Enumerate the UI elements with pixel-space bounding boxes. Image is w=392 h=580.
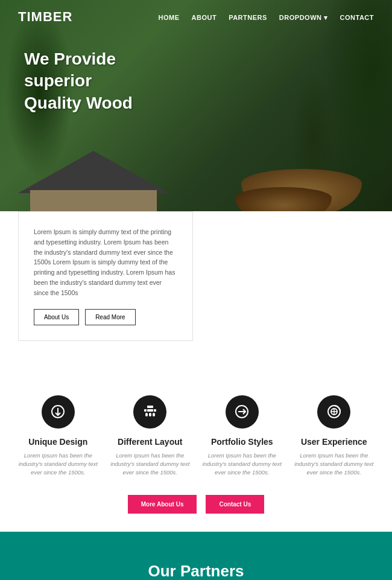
nav-link-home[interactable]: HOME — [159, 14, 180, 21]
site-logo[interactable]: TIMBER — [18, 9, 72, 25]
hero-section: TIMBER HOME ABOUT PARTNERS DROPDOWN ▾ CO… — [0, 0, 392, 229]
user-experience-title: User Experience — [301, 437, 367, 447]
feature-user-experience: User Experience Lorem Ipsum has been the… — [294, 395, 375, 477]
info-box-text: Lorem Ipsum is simply dummy text of the … — [34, 227, 177, 298]
info-box: Lorem Ipsum is simply dummy text of the … — [18, 211, 193, 341]
svg-rect-2 — [147, 406, 153, 408]
nav-link-dropdown[interactable]: DROPDOWN ▾ — [279, 14, 328, 21]
svg-rect-6 — [145, 413, 148, 416]
more-about-us-button[interactable]: More About Us — [128, 495, 197, 514]
contact-us-button[interactable]: Contact Us — [206, 495, 264, 514]
partners-title: Our Partners — [18, 562, 374, 580]
portfolio-styles-title: Portfolio Styles — [211, 437, 273, 447]
user-experience-desc: Lorem Ipsum has been the industry's stan… — [294, 451, 375, 477]
feature-different-layout: Different Layout Lorem Ipsum has been th… — [110, 395, 191, 477]
hero-headline-line1: We Provide superior — [24, 49, 116, 90]
different-layout-desc: Lorem Ipsum has been the industry's stan… — [110, 451, 191, 477]
info-box-buttons: About Us Read More — [34, 309, 177, 325]
portfolio-styles-desc: Lorem Ipsum has been the industry's stan… — [202, 451, 282, 477]
portfolio-styles-icon — [226, 395, 259, 429]
hero-house-roof — [18, 151, 169, 193]
nav-link-contact[interactable]: CONTACT — [340, 14, 374, 21]
navigation: TIMBER HOME ABOUT PARTNERS DROPDOWN ▾ CO… — [0, 0, 392, 34]
unique-design-title: Unique Design — [28, 437, 87, 447]
svg-rect-7 — [149, 413, 151, 416]
different-layout-icon — [133, 395, 166, 429]
features-grid: Unique Design Lorem Ipsum has been the i… — [18, 395, 374, 477]
user-experience-icon — [317, 395, 350, 429]
features-section: Unique Design Lorem Ipsum has been the i… — [0, 365, 392, 532]
nav-link-about[interactable]: ABOUT — [192, 14, 217, 21]
read-more-button[interactable]: Read More — [85, 309, 135, 325]
nav-link-partners[interactable]: PARTNERS — [229, 14, 267, 21]
nav-item-partners[interactable]: PARTNERS — [229, 11, 267, 22]
about-us-button[interactable]: About Us — [34, 309, 79, 325]
features-buttons: More About Us Contact Us — [18, 495, 374, 514]
nav-item-dropdown[interactable]: DROPDOWN ▾ — [279, 11, 328, 22]
svg-rect-4 — [154, 409, 156, 412]
nav-links: HOME ABOUT PARTNERS DROPDOWN ▾ CONTACT — [159, 11, 374, 22]
svg-rect-8 — [153, 413, 155, 416]
unique-design-icon — [42, 395, 75, 429]
partners-section: Our Partners Lorem Ipsum S ⇅ IFT VAPE— N… — [0, 532, 392, 580]
hero-headline: We Provide superior Quality Wood — [24, 48, 181, 114]
hero-headline-line2: Quality Wood — [24, 94, 133, 112]
feature-unique-design: Unique Design Lorem Ipsum has been the i… — [18, 395, 98, 477]
unique-design-desc: Lorem Ipsum has been the industry's stan… — [18, 451, 98, 477]
different-layout-title: Different Layout — [118, 437, 182, 447]
nav-item-home[interactable]: HOME — [159, 11, 180, 22]
feature-portfolio-styles: Portfolio Styles Lorem Ipsum has been th… — [202, 395, 282, 477]
nav-item-contact[interactable]: CONTACT — [340, 11, 374, 22]
nav-item-about[interactable]: ABOUT — [192, 11, 217, 22]
info-section: Lorem Ipsum is simply dummy text of the … — [0, 211, 392, 365]
svg-rect-5 — [147, 409, 153, 412]
svg-rect-3 — [144, 409, 147, 412]
